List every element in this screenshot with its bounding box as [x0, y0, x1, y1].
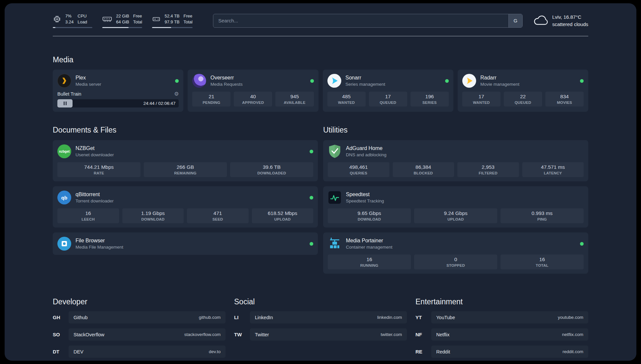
app-name: Media Portainer: [346, 238, 392, 244]
section-title-media: Media: [53, 55, 588, 64]
bookmark-link[interactable]: StackOverflow stackoverflow.com: [69, 328, 226, 341]
bookmark-youtube[interactable]: YT YouTube youtube.com: [415, 311, 588, 323]
stat-tile: 0.993 msPING: [501, 208, 584, 223]
bookmark-stackoverflow[interactable]: SO StackOverflow stackoverflow.com: [53, 328, 226, 341]
bookmark-reddit[interactable]: RE Reddit reddit.com: [415, 346, 588, 358]
cpu-usage-value: 7%: [65, 13, 74, 19]
bookmark-github[interactable]: GH Github github.com: [53, 311, 226, 323]
bookmark-linkedin[interactable]: LI LinkedIn linkedin.com: [234, 311, 407, 323]
bookmark-link[interactable]: YouTube youtube.com: [431, 311, 588, 323]
stat-label: RUNNING: [329, 263, 410, 267]
app-description: Torrent downloader: [76, 198, 114, 203]
playback-progress-bar[interactable]: 24:44 / 02:06:47: [57, 99, 179, 107]
stat-tile: 744.21 MbpsRATE: [57, 162, 140, 177]
stat-tile: 834MOVIES: [545, 92, 584, 106]
bookmark-domain: github.com: [199, 315, 221, 320]
bookmark-group-developer: Developer GH Github github.com SO StackO…: [53, 297, 226, 358]
memory-icon: [102, 15, 112, 23]
status-dot: [310, 150, 313, 153]
app-card-adguard[interactable]: AdGuard Home DNS and adblocking 498,461Q…: [323, 140, 588, 181]
dashboard-frame: 7% 3.24 CPU Load 22 GiB 64 GiB: [5, 3, 636, 361]
bookmark-name: StackOverflow: [74, 332, 104, 337]
stat-value: 196: [412, 94, 447, 100]
stat-value: 618.52 Mbps: [253, 210, 312, 216]
app-card-plex[interactable]: Plex Media server Bullet Train ⚙ 24:44 /…: [53, 70, 183, 112]
app-card-nzbget[interactable]: nzbget NZBGet Usenet downloader 744.21 M…: [53, 140, 318, 181]
search-input[interactable]: [213, 14, 508, 27]
radarr-icon: [462, 74, 476, 88]
bookmark-twitter[interactable]: TW Twitter twitter.com: [234, 328, 407, 341]
bookmark-link[interactable]: Github github.com: [69, 311, 226, 323]
stat-label: UPLOAD: [253, 217, 312, 221]
bookmark-abbr: SO: [53, 332, 69, 337]
app-name: Sonarr: [346, 75, 385, 81]
weather-location: Lviv, 16.87°C: [552, 14, 588, 21]
stat-tile: 9.24 GbpsUPLOAD: [414, 208, 497, 223]
stat-label: PENDING: [194, 101, 229, 105]
bookmark-link[interactable]: Twitter twitter.com: [250, 328, 407, 341]
memory-progress-bar: [102, 27, 142, 28]
stat-value: 0.993 ms: [502, 210, 582, 216]
memory-free-value: 22 GiB: [116, 13, 129, 19]
stat-label: STOPPED: [415, 263, 496, 267]
stat-tile: 16LEECH: [57, 208, 119, 223]
memory-free-label: Free: [133, 13, 142, 19]
stat-label: QUEUED: [370, 101, 406, 105]
app-description: DNS and adblocking: [346, 152, 386, 157]
app-name: Plex: [76, 75, 101, 81]
stat-label: DOWNLOADED: [231, 171, 312, 175]
bookmark-link[interactable]: DEV dev.to: [69, 346, 226, 358]
pause-button[interactable]: [57, 99, 73, 107]
app-card-sonarr[interactable]: Sonarr Series management 485WANTED 17QUE…: [323, 70, 453, 112]
app-card-portainer[interactable]: Media Portainer Container management 16R…: [323, 232, 588, 274]
status-dot: [310, 79, 314, 83]
stat-label: LATENCY: [524, 171, 583, 175]
bookmark-link[interactable]: Netflix netflix.com: [431, 328, 588, 341]
stat-value: 0: [415, 257, 496, 262]
app-card-radarr[interactable]: Radarr Movie management 17WANTED 22QUEUE…: [458, 70, 588, 112]
stat-label: PING: [502, 217, 582, 221]
disk-free-value: 52.4 TB: [165, 13, 179, 19]
search-provider-button[interactable]: G: [508, 14, 522, 27]
bookmark-link[interactable]: Reddit reddit.com: [431, 346, 588, 358]
stat-tile: 47.571 msLATENCY: [522, 162, 584, 177]
bookmark-name: DEV: [74, 349, 83, 354]
stat-label: RATE: [59, 171, 139, 175]
stat-label: TOTAL: [502, 263, 582, 267]
weather-condition: scattered clouds: [552, 21, 588, 28]
stat-label: WANTED: [464, 101, 499, 105]
disk-total-value: 97.9 TB: [165, 19, 179, 25]
stat-label: UPLOAD: [415, 217, 496, 221]
bookmark-domain: dev.to: [209, 349, 221, 354]
bookmark-link[interactable]: LinkedIn linkedin.com: [250, 311, 407, 323]
app-card-overseerr[interactable]: Overseerr Media Requests 21PENDING 40APP…: [188, 70, 318, 112]
gear-icon[interactable]: ⚙: [174, 91, 179, 97]
section-title-documents: Documents & Files: [53, 126, 318, 135]
weather-widget: Lviv, 16.87°C scattered clouds: [533, 14, 588, 28]
qbittorrent-icon: qb: [57, 191, 71, 204]
app-card-speedtest[interactable]: Speedtest Speedtest Tracking 9.65 GbpsDO…: [323, 186, 588, 228]
bookmark-netflix[interactable]: NF Netflix netflix.com: [415, 328, 588, 341]
app-description: Usenet downloader: [76, 152, 114, 157]
stat-tile: 196SERIES: [411, 92, 449, 106]
disk-icon: [152, 15, 161, 23]
app-description: Media File Management: [76, 245, 123, 250]
stat-label: QUEUED: [505, 101, 541, 105]
app-name: File Browser: [76, 238, 123, 244]
disk-total-label: Total: [184, 19, 193, 25]
utilities-column: Utilities AdGuard Home DNS and adblockin…: [323, 126, 588, 274]
bookmark-dev[interactable]: DT DEV dev.to: [53, 346, 226, 358]
app-description: Container management: [346, 245, 392, 250]
section-title-developer: Developer: [53, 297, 226, 306]
adguard-icon: [328, 144, 342, 158]
memory-total-label: Total: [133, 19, 142, 25]
stat-value: 17: [464, 94, 499, 100]
sonarr-icon: [327, 74, 341, 88]
disk-free-label: Free: [184, 13, 193, 19]
app-description: Media Requests: [210, 82, 243, 87]
app-card-filebrowser[interactable]: File Browser Media File Management: [53, 232, 318, 255]
cpu-load-value: 3.24: [65, 19, 74, 25]
bookmark-name: YouTube: [436, 315, 455, 320]
speedtest-icon: [328, 191, 341, 204]
app-card-qbittorrent[interactable]: qb qBittorrent Torrent downloader 16LEEC…: [53, 186, 318, 228]
